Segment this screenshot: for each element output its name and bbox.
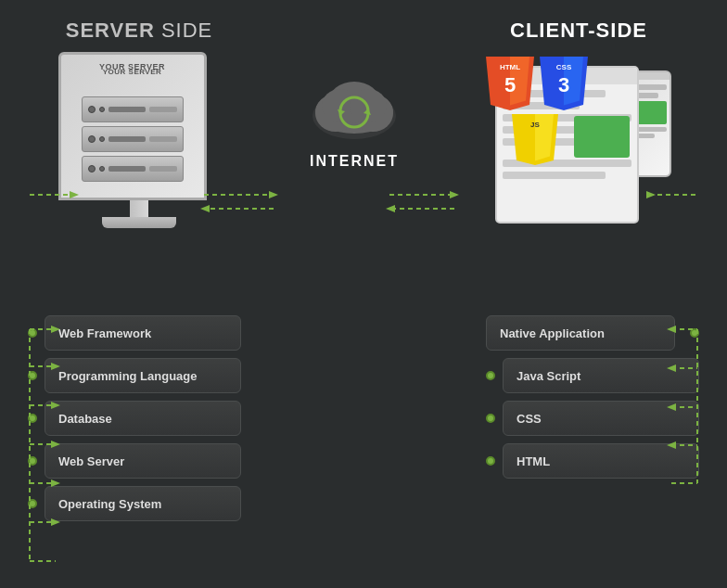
rack-unit-3 bbox=[82, 156, 184, 182]
rack-dot bbox=[88, 165, 96, 173]
svg-text:HTML: HTML bbox=[500, 63, 520, 71]
css-box: CSS bbox=[503, 401, 699, 436]
server-monitor: YOUR SERVER bbox=[58, 52, 221, 237]
label-dot bbox=[486, 371, 495, 380]
web-framework-box: Web Framework bbox=[45, 315, 241, 351]
rack-unit-1 bbox=[82, 96, 184, 122]
html-label: HTML bbox=[517, 454, 550, 468]
native-application-box: Native Application bbox=[486, 315, 675, 351]
label-dot bbox=[28, 328, 37, 338]
database-label: Database bbox=[58, 412, 112, 426]
monitor-screen: YOUR SERVER bbox=[58, 52, 207, 200]
web-framework-label: Web Framework bbox=[58, 326, 151, 340]
label-dot bbox=[28, 499, 37, 508]
operating-system-item: Operating System bbox=[28, 486, 241, 521]
native-application-label: Native Application bbox=[500, 326, 605, 340]
html-box: HTML bbox=[503, 443, 699, 479]
cloud-icon bbox=[299, 65, 410, 148]
rack-dot bbox=[99, 107, 105, 112]
rack-dot bbox=[88, 135, 96, 143]
top-section: SERVER SIDE YOUR SERVER bbox=[0, 0, 727, 315]
label-dot bbox=[28, 371, 37, 380]
programming-language-box: Programming Language bbox=[45, 358, 241, 393]
html-item: HTML bbox=[486, 443, 699, 479]
client-labels: Native Application Java Script CSS bbox=[486, 315, 699, 521]
database-item: Database bbox=[28, 401, 241, 436]
label-dot bbox=[28, 456, 37, 466]
css-item: CSS bbox=[486, 401, 699, 436]
svg-text:5: 5 bbox=[504, 73, 516, 96]
browser-line bbox=[503, 172, 606, 179]
svg-text:3: 3 bbox=[558, 73, 569, 96]
svg-text:CSS: CSS bbox=[556, 63, 572, 71]
java-script-label: Java Script bbox=[517, 369, 580, 383]
rack-bar bbox=[108, 136, 146, 142]
programming-language-label: Programming Language bbox=[58, 369, 198, 383]
label-dot bbox=[486, 414, 495, 423]
rack-bar bbox=[108, 166, 146, 172]
internet-panel: INTERNET bbox=[280, 65, 428, 170]
monitor-neck bbox=[130, 200, 148, 217]
server-side-panel: SERVER SIDE YOUR SERVER bbox=[37, 19, 241, 237]
java-script-item: Java Script bbox=[486, 358, 699, 393]
rack-dot bbox=[99, 136, 105, 142]
database-box: Database bbox=[45, 401, 241, 436]
web-server-label: Web Server bbox=[58, 454, 124, 468]
rack-dot bbox=[99, 166, 105, 172]
client-side-title: CLIENT-SIDE bbox=[510, 19, 647, 43]
native-application-item: Native Application bbox=[486, 315, 699, 351]
server-title-suffix: SIDE bbox=[155, 19, 212, 42]
server-title-bold: SERVER bbox=[66, 19, 155, 42]
web-server-item: Web Server bbox=[28, 443, 241, 479]
client-side-panel: CLIENT-SIDE HTML 5 bbox=[467, 19, 690, 237]
label-dot bbox=[690, 328, 699, 338]
operating-system-label: Operating System bbox=[58, 497, 161, 511]
monitor-base bbox=[102, 217, 176, 228]
rack-unit-2 bbox=[82, 126, 184, 152]
label-dot bbox=[28, 414, 37, 423]
web-framework-item: Web Framework bbox=[28, 315, 241, 351]
operating-system-box: Operating System bbox=[45, 486, 241, 521]
java-script-box: Java Script bbox=[503, 358, 699, 393]
html5-badge: HTML 5 bbox=[486, 57, 534, 110]
svg-text:JS: JS bbox=[530, 121, 540, 129]
rack-bar2 bbox=[149, 136, 177, 142]
server-rack bbox=[82, 96, 184, 185]
css-label: CSS bbox=[517, 412, 542, 426]
rack-bar bbox=[108, 107, 146, 112]
programming-language-item: Programming Language bbox=[28, 358, 241, 393]
main-diagram: SERVER SIDE YOUR SERVER bbox=[0, 0, 727, 588]
server-side-title: SERVER SIDE bbox=[66, 19, 213, 43]
rack-bar2 bbox=[149, 166, 177, 172]
your-server-label: YOUR SERVER bbox=[103, 68, 162, 76]
rack-dot bbox=[88, 106, 96, 113]
web-server-box: Web Server bbox=[45, 443, 241, 479]
css3-badge: CSS 3 bbox=[540, 57, 588, 110]
label-dot bbox=[486, 456, 495, 466]
browser-container: HTML 5 CSS 3 bbox=[486, 52, 671, 237]
browser-image-placeholder bbox=[574, 116, 630, 158]
rack-bar2 bbox=[149, 107, 177, 112]
js-badge: JS bbox=[512, 114, 558, 165]
server-labels: Web Framework Programming Language Datab… bbox=[28, 315, 241, 521]
internet-label: INTERNET bbox=[310, 153, 399, 170]
bottom-labels-section: Web Framework Programming Language Datab… bbox=[0, 315, 727, 521]
